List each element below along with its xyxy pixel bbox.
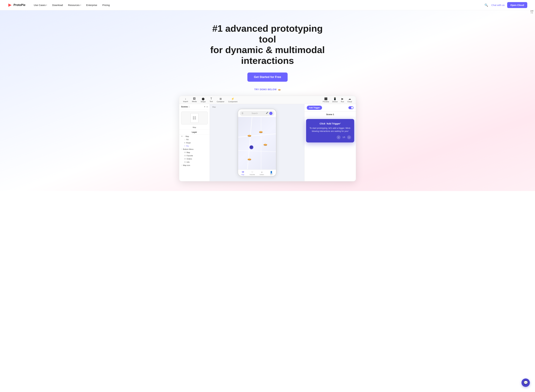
phone-orders-icon: ≡	[261, 171, 262, 173]
container-icon: ⊞	[220, 97, 222, 100]
phone-favorite-icon: ♡	[251, 171, 253, 173]
media-icon: 🖼	[193, 97, 196, 100]
scenes-header: Scenes 1 + ≡	[179, 104, 210, 110]
canvas-label: Map	[212, 106, 216, 108]
phone-arrow-icon[interactable]: ›	[269, 112, 272, 115]
svg-marker-0	[8, 4, 12, 7]
tooltip-next-button[interactable]: ›	[347, 135, 351, 139]
scene-panel-header: Scene 1	[305, 112, 356, 117]
map-pin-3: 🛡	[249, 145, 253, 149]
bottom-menu-grid-icon: ::	[181, 148, 182, 150]
phone-hamburger-icon: ☰	[242, 112, 243, 114]
toolbar-text[interactable]: T Text	[210, 97, 213, 103]
tooltip-progress: 1/5	[343, 136, 345, 138]
phone-mic-icon: 🎤	[266, 112, 268, 115]
phone-search-bar[interactable]: ☰ Search 🎤 ›	[240, 111, 274, 116]
logo-text: ProtoPie	[14, 3, 25, 7]
navbar: ProtoPie Use Cases ▾ Download Resources …	[0, 0, 535, 10]
logo-icon	[8, 3, 12, 7]
phone-map-icon: 🗺	[242, 171, 244, 173]
chat-with-us-link[interactable]: Chat with us	[491, 4, 505, 6]
hero-title: #1 advanced prototyping tool for dynamic…	[206, 23, 329, 66]
layer-map-icon[interactable]: :: Map icon	[179, 164, 210, 167]
right-panel: Add Trigger Scene 1 Click 'Add Trigger' …	[304, 104, 356, 181]
toolbar-component[interactable]: ⚡ Component	[228, 97, 237, 103]
map-sub-icon: ⊟	[184, 151, 186, 153]
toolbar-right: ⬛ Preview 📱 Device ▶ Run ☁ Cloud	[323, 97, 352, 103]
phone-search-text: Search	[245, 112, 265, 114]
layer-pie[interactable]: + Pie	[179, 144, 210, 148]
layer-bottom-menu[interactable]: :: Bottom Menu	[179, 148, 210, 151]
phone-info-icon: 👤	[270, 171, 273, 173]
layer-orders[interactable]: ⊟ Orders	[179, 157, 210, 160]
add-scene-icon[interactable]: +	[204, 106, 205, 108]
trigger-bar: Add Trigger	[305, 104, 356, 112]
info-icon: ⊟	[184, 161, 186, 163]
road-circle-icon: ●	[184, 142, 185, 144]
tooltip-container: Click 'Add Trigger' To start prototyping…	[305, 117, 356, 144]
grid-icon: ::	[184, 135, 185, 137]
shape-icon: ⬤	[202, 97, 205, 100]
tooltip-title: Click 'Add Trigger'	[309, 122, 351, 125]
toolbar-container[interactable]: ⊞ Container	[217, 97, 224, 103]
map-pin-5: 🥧	[247, 157, 251, 161]
phone-nav-info[interactable]: 👤 Info	[267, 171, 276, 175]
layers-header: Layer	[179, 130, 210, 135]
nav-download[interactable]: Download	[50, 2, 65, 8]
canvas-area: Map ☰ Search 🎤 ›	[210, 104, 304, 181]
open-cloud-button[interactable]: Open Cloud	[507, 2, 527, 8]
nav-pricing[interactable]: Pricing	[100, 2, 112, 8]
map-icon-grid-icon: ::	[181, 164, 182, 166]
favorite-icon: ⊟	[184, 155, 186, 156]
cloud-icon: ☁	[348, 97, 351, 100]
nav-use-cases[interactable]: Use Cases ▾	[32, 2, 49, 8]
chevron-down-icon: ▾	[46, 4, 47, 6]
scene-thumbnail[interactable]	[181, 112, 208, 124]
scene-name: Map	[181, 126, 208, 128]
layer-fill[interactable]: :: Fill	[179, 138, 210, 141]
phone-mockup[interactable]: ☰ Search 🎤 ›	[238, 109, 276, 176]
search-button[interactable]: 🔍	[484, 3, 489, 8]
toolbar-device[interactable]: 📱 Device	[332, 97, 338, 103]
layer-road[interactable]: ● Road	[179, 141, 210, 144]
layer-map-sub[interactable]: ⊟ Map	[179, 151, 210, 154]
phone-search-icons: 🎤 ›	[266, 112, 272, 115]
tooltip-body: To start prototyping, let's add a trigge…	[309, 126, 351, 133]
toolbar-preview[interactable]: ⬛ Preview	[323, 97, 329, 103]
pie-plus-icon: +	[184, 145, 185, 147]
toolbar-media[interactable]: 🖼 Media	[192, 97, 197, 103]
phone-map: 🥧 🥧 🛡 🥧 🥧	[238, 117, 276, 169]
phone-nav-orders[interactable]: ≡ Orders	[257, 171, 267, 175]
left-panel: Scenes 1 + ≡	[179, 104, 210, 181]
device-icon: 📱	[333, 97, 337, 100]
tooltip-prev-button[interactable]: ‹	[337, 135, 341, 139]
nav-resources[interactable]: Resources ▾	[66, 2, 83, 8]
trigger-toggle[interactable]	[348, 106, 354, 109]
orders-icon: ⊟	[184, 158, 186, 160]
hero-section: #1 advanced prototyping tool for dynamic…	[0, 10, 535, 191]
nav-enterprise[interactable]: Enterprise	[84, 2, 99, 8]
nav-right: 🔍 Chat with us Open Cloud	[484, 2, 527, 8]
layer-info[interactable]: ⊟ Info	[179, 160, 210, 164]
toolbar-import[interactable]: ↓ Import	[183, 97, 188, 103]
scenes-actions: + ≡	[204, 106, 208, 108]
logo-link[interactable]: ProtoPie	[8, 3, 25, 7]
phone-nav-map[interactable]: 🗺 Map	[238, 171, 248, 175]
scene-thumb-dots	[193, 117, 196, 119]
get-started-button[interactable]: Get Started for Free	[247, 73, 287, 82]
tooltip-footer: ‹ 1/5 ›	[309, 135, 351, 139]
layer-map[interactable]: ▼ :: Map	[179, 135, 210, 138]
phone-nav-favorite[interactable]: ♡ Favorite	[248, 171, 257, 175]
toolbar-run[interactable]: ▶ Run	[341, 97, 344, 103]
app-toolbar: ↓ Import 🖼 Media ⬤ Shape T Text ⊞ Contai…	[179, 96, 356, 104]
layer-favorite[interactable]: ⊟ Favorite	[179, 154, 210, 157]
toolbar-cloud[interactable]: ☁ Cloud	[347, 97, 352, 103]
nav-links: Use Cases ▾ Download Resources ▾ Enterpr…	[32, 2, 484, 8]
fill-grid-icon: ::	[184, 139, 185, 140]
app-body: Scenes 1 + ≡	[179, 104, 356, 181]
add-trigger-button[interactable]: Add Trigger	[307, 106, 322, 110]
collapse-icon: ▼	[181, 135, 183, 137]
scenes-options-icon[interactable]: ≡	[206, 106, 208, 108]
toolbar-shape[interactable]: ⬤ Shape	[201, 97, 206, 103]
map-pin-4: 🥧	[263, 142, 267, 146]
